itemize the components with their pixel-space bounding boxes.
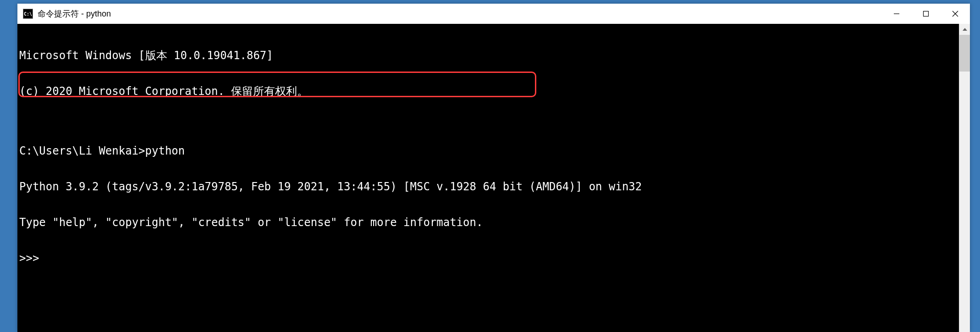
command-prompt-window: C:\ 命令提示符 - python Microsoft Windows [版本… bbox=[17, 4, 970, 332]
maximize-icon bbox=[923, 11, 929, 17]
titlebar[interactable]: C:\ 命令提示符 - python bbox=[17, 4, 970, 24]
terminal-prompt[interactable]: >>> bbox=[19, 252, 959, 264]
vertical-scrollbar[interactable] bbox=[959, 24, 970, 332]
terminal-wrapper: Microsoft Windows [版本 10.0.19041.867] (c… bbox=[17, 24, 970, 332]
scroll-up-button[interactable] bbox=[959, 24, 970, 35]
chevron-up-icon bbox=[963, 28, 967, 31]
terminal-line: (c) 2020 Microsoft Corporation. 保留所有权利。 bbox=[19, 85, 959, 97]
cmd-icon: C:\ bbox=[23, 9, 33, 19]
terminal-line: Type "help", "copyright", "credits" or "… bbox=[19, 216, 959, 228]
maximize-button[interactable] bbox=[911, 4, 941, 24]
terminal-line: Python 3.9.2 (tags/v3.9.2:1a79785, Feb 1… bbox=[19, 181, 959, 193]
terminal-line: C:\Users\Li Wenkai>python bbox=[19, 145, 959, 157]
close-icon bbox=[952, 11, 958, 17]
minimize-icon bbox=[893, 11, 900, 17]
window-controls bbox=[882, 4, 970, 24]
minimize-button[interactable] bbox=[882, 4, 911, 24]
scroll-thumb[interactable] bbox=[959, 35, 970, 72]
terminal-output[interactable]: Microsoft Windows [版本 10.0.19041.867] (c… bbox=[17, 24, 959, 332]
close-button[interactable] bbox=[941, 4, 970, 24]
svg-rect-1 bbox=[924, 11, 929, 17]
terminal-line: Microsoft Windows [版本 10.0.19041.867] bbox=[19, 50, 959, 61]
window-title: 命令提示符 - python bbox=[38, 8, 111, 19]
